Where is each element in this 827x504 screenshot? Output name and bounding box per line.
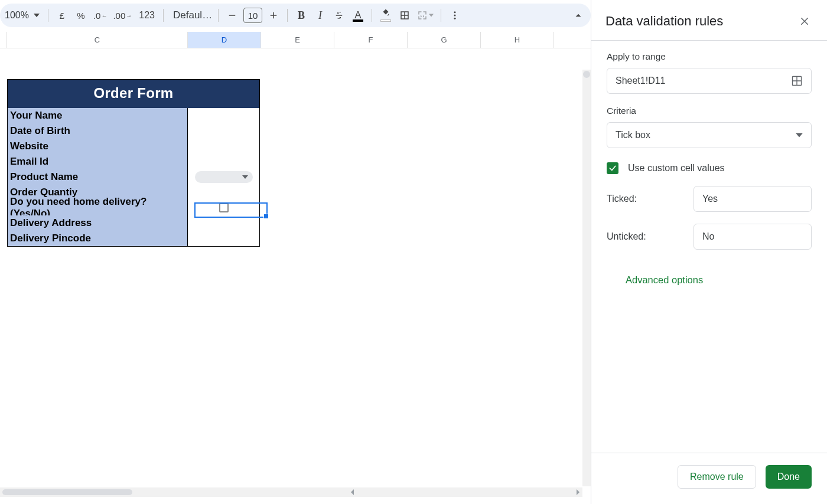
column-header-e[interactable]: E xyxy=(261,32,334,48)
use-custom-values-checkbox[interactable] xyxy=(607,162,618,174)
separator xyxy=(287,9,288,22)
scroll-left-icon[interactable] xyxy=(348,487,357,497)
column-header-g[interactable]: G xyxy=(408,32,481,48)
more-formats-button[interactable]: 123 xyxy=(135,6,158,24)
format-currency-button[interactable]: £ xyxy=(53,6,71,24)
font-name: Defaul… xyxy=(173,9,212,21)
form-value-cell[interactable] xyxy=(187,154,259,169)
form-label: Date of Birth xyxy=(8,123,187,139)
column-header-f[interactable]: F xyxy=(334,32,408,48)
criteria-value: Tick box xyxy=(616,130,650,140)
close-button[interactable] xyxy=(796,13,813,30)
apply-to-range-label: Apply to range xyxy=(607,51,812,62)
separator xyxy=(372,9,372,22)
dropdown-chip[interactable] xyxy=(195,171,253,183)
strikethrough-button[interactable] xyxy=(330,6,348,24)
zoom-value: 100% xyxy=(5,10,29,21)
column-headers: C D E F G H xyxy=(0,32,591,48)
criteria-label: Criteria xyxy=(607,106,812,116)
unticked-label: Unticked: xyxy=(607,231,646,242)
svg-point-2 xyxy=(454,18,456,19)
font-family-dropdown[interactable]: Defaul… xyxy=(168,6,213,24)
column-header-h[interactable]: H xyxy=(481,32,554,48)
advanced-options-link[interactable]: Advanced options xyxy=(626,274,812,286)
remove-rule-button[interactable]: Remove rule xyxy=(678,465,756,489)
fill-color-button[interactable] xyxy=(377,6,395,24)
merge-cells-button[interactable] xyxy=(415,6,436,24)
more-toolbar-button[interactable] xyxy=(446,6,464,24)
separator xyxy=(48,9,48,22)
toolbar: 100% £ % .0← .00→ 123 Defaul… 10 xyxy=(0,4,591,27)
range-value: Sheet1!D11 xyxy=(616,76,666,86)
scroll-right-icon[interactable] xyxy=(573,487,582,497)
apply-to-range-input[interactable]: Sheet1!D11 xyxy=(607,68,812,94)
form-value-cell[interactable] xyxy=(187,185,259,200)
product-dropdown-cell[interactable] xyxy=(187,169,259,185)
form-label: Product Name xyxy=(8,169,187,185)
spreadsheet-grid[interactable]: Order Form Your Name Date of Birth Websi… xyxy=(0,48,591,497)
unticked-value-input[interactable]: No xyxy=(693,224,812,250)
vertical-scrollbar[interactable] xyxy=(582,70,591,486)
spreadsheet-area: 100% £ % .0← .00→ 123 Defaul… 10 xyxy=(0,0,591,504)
decrease-decimal-button[interactable]: .0← xyxy=(91,6,110,24)
text-color-button[interactable]: A xyxy=(349,6,367,24)
svg-point-0 xyxy=(454,11,456,13)
checkbox-unchecked-icon[interactable] xyxy=(219,203,229,212)
home-delivery-checkbox-cell[interactable] xyxy=(187,200,259,215)
font-size-input[interactable]: 10 xyxy=(243,8,262,23)
separator xyxy=(218,9,219,22)
column-header-c[interactable]: C xyxy=(7,32,188,48)
zoom-dropdown[interactable]: 100% xyxy=(0,6,43,24)
row-header-spacer xyxy=(0,32,7,48)
form-value-cell[interactable] xyxy=(187,215,259,231)
form-label: Your Name xyxy=(8,108,187,123)
form-label: Delivery Pincode xyxy=(8,231,187,246)
scrollbar-thumb[interactable] xyxy=(2,489,132,495)
form-label: Website xyxy=(8,139,187,154)
done-button[interactable]: Done xyxy=(766,465,812,489)
sidebar-title: Data validation rules xyxy=(605,14,723,29)
italic-button[interactable]: I xyxy=(311,6,329,24)
ticked-value-input[interactable]: Yes xyxy=(693,186,812,212)
form-label: Delivery Address xyxy=(8,215,187,231)
form-label: Email Id xyxy=(8,154,187,169)
format-percent-button[interactable]: % xyxy=(72,6,90,24)
decrease-font-size-button[interactable] xyxy=(223,6,241,24)
svg-point-1 xyxy=(454,15,456,17)
increase-font-size-button[interactable] xyxy=(265,6,282,24)
select-range-icon[interactable] xyxy=(791,75,803,87)
form-label: Do you need home delivery? (Yes/No) xyxy=(8,200,187,215)
separator xyxy=(441,9,441,22)
data-validation-sidebar: Data validation rules Apply to range She… xyxy=(591,0,827,504)
form-value-cell[interactable] xyxy=(187,108,259,123)
order-form-table: Order Form Your Name Date of Birth Websi… xyxy=(7,79,260,247)
collapse-toolbar-button[interactable] xyxy=(569,6,587,24)
ticked-label: Ticked: xyxy=(607,194,637,204)
form-value-cell[interactable] xyxy=(187,123,259,139)
use-custom-values-label: Use custom cell values xyxy=(628,163,725,174)
criteria-dropdown[interactable]: Tick box xyxy=(607,122,812,148)
horizontal-scrollbar[interactable] xyxy=(0,487,582,497)
scrollbar-thumb[interactable] xyxy=(583,71,590,78)
bold-button[interactable]: B xyxy=(292,6,310,24)
borders-button[interactable] xyxy=(396,6,414,24)
column-header-d[interactable]: D xyxy=(188,32,261,48)
increase-decimal-button[interactable]: .00→ xyxy=(110,6,134,24)
form-value-cell[interactable] xyxy=(187,139,259,154)
form-value-cell[interactable] xyxy=(187,231,259,246)
form-title: Order Form xyxy=(8,80,259,108)
separator xyxy=(163,9,164,22)
